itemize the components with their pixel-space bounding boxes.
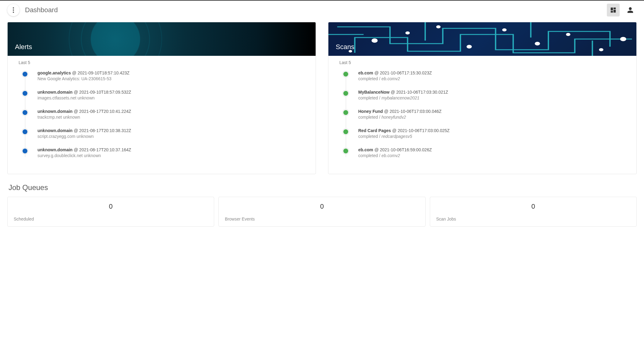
scan-title: eb.com @ 2021-10-06T16:59:00.026Z xyxy=(358,147,625,152)
separator: / xyxy=(378,76,382,81)
alert-item[interactable]: unknown.domain @ 2021-08-17T20:10:37.164… xyxy=(21,147,305,167)
separator: @ xyxy=(73,147,79,152)
queue-card-scan-jobs[interactable]: 0 Scan Jobs xyxy=(430,197,637,227)
queue-label: Scan Jobs xyxy=(436,217,630,221)
scan-detail: completed / redcardpagesv5 xyxy=(358,134,625,139)
alert-dot-icon xyxy=(22,110,28,116)
scan-slug: honeyfundv2 xyxy=(381,115,406,120)
svg-point-2 xyxy=(436,25,441,28)
alert-detail: New Google Analytics: UA-2306615-53 xyxy=(37,76,305,81)
job-queues-title: Job Queues xyxy=(9,183,635,192)
alert-title: unknown.domain @ 2021-08-17T20:10:38.312… xyxy=(37,128,305,133)
svg-point-8 xyxy=(620,37,626,41)
alert-detail: survey.g.doubleclick.net unknown xyxy=(37,153,305,158)
user-icon xyxy=(627,7,634,13)
alert-dot-icon xyxy=(22,129,28,135)
alert-timestamp: 2021-09-10T18:57:09.532Z xyxy=(79,90,131,95)
alert-title: unknown.domain @ 2021-09-10T18:57:09.532… xyxy=(37,90,305,95)
scan-name: eb.com xyxy=(358,70,373,75)
alerts-subhead: Last 5 xyxy=(19,60,305,65)
scan-dot-icon xyxy=(343,110,349,116)
scan-status: completed xyxy=(358,95,378,100)
separator: @ xyxy=(391,128,398,133)
user-menu-button[interactable] xyxy=(624,4,637,16)
separator: @ xyxy=(71,70,78,75)
alerts-timeline: google.analytics @ 2021-09-10T18:57:10.4… xyxy=(19,70,305,167)
separator: / xyxy=(378,95,382,100)
scan-timestamp: 2021-10-06T17:03:00.025Z xyxy=(398,128,449,133)
alert-title: unknown.domain @ 2021-08-17T20:10:37.164… xyxy=(37,147,305,152)
alerts-card-title: Alerts xyxy=(15,43,32,51)
alert-timestamp: 2021-08-17T20:10:41.224Z xyxy=(79,109,131,114)
alert-item[interactable]: unknown.domain @ 2021-08-17T20:10:41.224… xyxy=(21,109,305,128)
alert-name: unknown.domain xyxy=(37,147,73,152)
header: Dashboard xyxy=(0,1,644,20)
alert-timestamp: 2021-08-17T20:10:38.312Z xyxy=(79,128,131,133)
alert-dot-icon xyxy=(22,90,28,96)
scan-dot-icon xyxy=(343,71,349,77)
scan-name: Red Card Pages xyxy=(358,128,391,133)
alert-name: unknown.domain xyxy=(37,109,73,114)
alert-title: google.analytics @ 2021-09-10T18:57:10.4… xyxy=(37,70,305,75)
queue-row: 0 Scheduled 0 Browser Events 0 Scan Jobs xyxy=(7,197,637,227)
alert-dot-icon xyxy=(22,71,28,77)
queue-label: Scheduled xyxy=(14,217,208,221)
dashboard-icon xyxy=(610,7,617,13)
queue-count: 0 xyxy=(225,203,419,210)
scan-item[interactable]: MyBalanceNow @ 2021-10-06T17:03:30.021Z … xyxy=(342,90,625,109)
more-vert-icon xyxy=(13,7,14,13)
separator: / xyxy=(378,115,382,120)
alert-item[interactable]: unknown.domain @ 2021-08-17T20:10:38.312… xyxy=(21,128,305,147)
scan-name: eb.com xyxy=(358,147,373,152)
queue-label: Browser Events xyxy=(225,217,419,221)
scan-item[interactable]: Honey Fund @ 2021-10-06T17:03:00.046Z co… xyxy=(342,109,625,128)
separator: @ xyxy=(73,90,79,95)
queue-count: 0 xyxy=(436,203,630,210)
alert-item[interactable]: google.analytics @ 2021-09-10T18:57:10.4… xyxy=(21,70,305,90)
scan-item[interactable]: eb.com @ 2021-10-06T17:15:30.023Z comple… xyxy=(342,70,625,90)
scan-timestamp: 2021-10-06T16:59:00.026Z xyxy=(380,147,432,152)
scan-detail: completed / honeyfundv2 xyxy=(358,115,625,120)
scan-timestamp: 2021-10-06T17:03:30.021Z xyxy=(396,90,448,95)
menu-button[interactable] xyxy=(7,4,19,16)
dashboard-view-button[interactable] xyxy=(607,4,620,16)
alert-dot-icon xyxy=(22,148,28,154)
cards-row: Alerts Last 5 google.analytics @ 2021-09… xyxy=(7,22,637,174)
scans-card-header: Scans xyxy=(328,22,636,56)
alerts-card-body: Last 5 google.analytics @ 2021-09-10T18:… xyxy=(8,56,316,174)
alert-item[interactable]: unknown.domain @ 2021-09-10T18:57:09.532… xyxy=(21,90,305,109)
scans-card: Scans Last 5 eb.com @ 2021-10-06T17:15:3… xyxy=(328,22,637,174)
separator: / xyxy=(378,153,382,158)
queue-card-scheduled[interactable]: 0 Scheduled xyxy=(7,197,214,227)
queue-card-browser-events[interactable]: 0 Browser Events xyxy=(218,197,425,227)
scan-title: Red Card Pages @ 2021-10-06T17:03:00.025… xyxy=(358,128,625,133)
scan-detail: completed / eb.comv2 xyxy=(358,153,625,158)
scans-card-body: Last 5 eb.com @ 2021-10-06T17:15:30.023Z… xyxy=(328,56,636,174)
scan-dot-icon xyxy=(343,148,349,154)
separator: / xyxy=(378,134,382,139)
svg-point-3 xyxy=(467,45,472,48)
scan-item[interactable]: Red Card Pages @ 2021-10-06T17:03:00.025… xyxy=(342,128,625,147)
alert-detail: trackcmp.net unknown xyxy=(37,115,305,120)
separator: @ xyxy=(73,109,79,114)
alert-name: google.analytics xyxy=(37,70,71,75)
scan-slug: eb.comv2 xyxy=(381,76,400,81)
scan-detail: completed / eb.comv2 xyxy=(358,76,625,81)
scan-name: Honey Fund xyxy=(358,109,383,114)
scan-name: MyBalanceNow xyxy=(358,90,390,95)
alert-detail: images.ctfassets.net unknown xyxy=(37,95,305,100)
scan-status: completed xyxy=(358,153,378,158)
content: Alerts Last 5 google.analytics @ 2021-09… xyxy=(0,20,644,234)
scan-dot-icon xyxy=(343,129,349,135)
header-left: Dashboard xyxy=(7,4,58,16)
separator: @ xyxy=(383,109,390,114)
scan-timestamp: 2021-10-06T17:03:00.046Z xyxy=(390,109,441,114)
svg-point-0 xyxy=(372,38,378,43)
scan-status: completed xyxy=(358,115,378,120)
alert-timestamp: 2021-08-17T20:10:37.164Z xyxy=(79,147,131,152)
circuit-icon xyxy=(328,22,636,56)
alert-detail: script.crazyegg.com unknown xyxy=(37,134,305,139)
scan-title: MyBalanceNow @ 2021-10-06T17:03:30.021Z xyxy=(358,90,625,95)
svg-point-5 xyxy=(535,42,540,45)
scan-item[interactable]: eb.com @ 2021-10-06T16:59:00.026Z comple… xyxy=(342,147,625,167)
